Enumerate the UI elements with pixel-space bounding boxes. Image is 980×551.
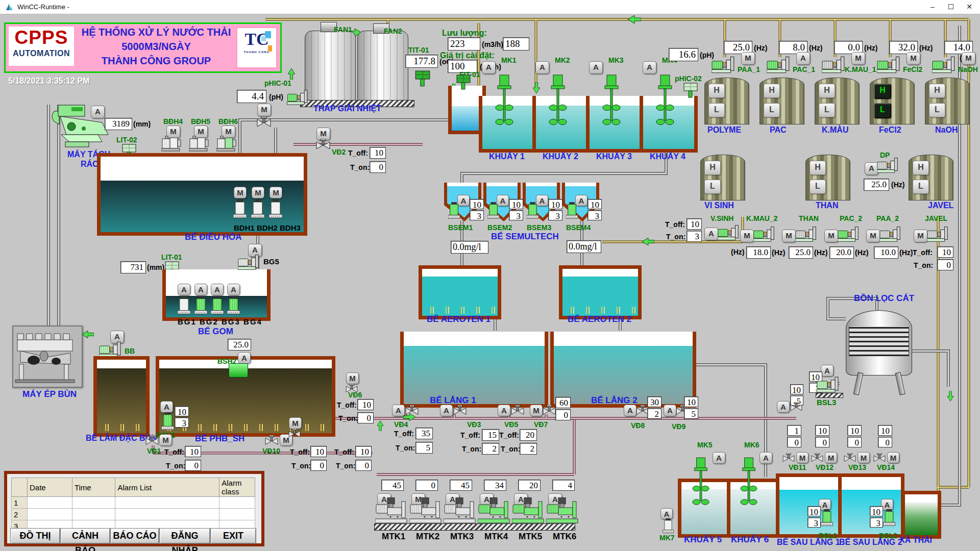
vd7-v2[interactable]: 0 <box>555 409 571 420</box>
phic02-value[interactable]: 16.6 <box>669 48 698 61</box>
bsl1-v2[interactable]: 3 <box>807 517 821 528</box>
vd12-v1[interactable]: 10 <box>815 425 829 436</box>
naoh-mode-button[interactable]: M <box>962 52 975 65</box>
vd1-ton-value[interactable]: 0 <box>185 460 201 471</box>
bsl2-v2[interactable]: 3 <box>870 517 883 528</box>
timer-ton-value[interactable]: 0 <box>355 460 372 471</box>
bsh2-mode-button[interactable]: A <box>238 352 251 364</box>
vd11-mode-button[interactable]: M <box>796 452 808 463</box>
pac2-hz-value[interactable]: 20.0 <box>829 246 854 259</box>
mk2-auto-button[interactable]: A <box>535 61 549 74</box>
vsinh-toff-value[interactable]: 10 <box>687 218 702 230</box>
bsl2-v1[interactable]: 10 <box>870 506 883 516</box>
bg4-auto-button[interactable]: A <box>227 284 240 295</box>
vd3-mode-button[interactable]: A <box>440 405 453 416</box>
than-hz-value[interactable]: 25.0 <box>789 246 813 259</box>
kmau-high-button[interactable]: H <box>819 84 835 98</box>
pac-low-button[interactable]: L <box>764 103 780 117</box>
vd5-toff-value[interactable]: 20 <box>520 429 537 441</box>
screen-machine-auto-button[interactable]: A <box>91 106 105 118</box>
vsinh-mode-button[interactable]: A <box>704 228 718 240</box>
vd7-mode-button[interactable]: M <box>530 405 543 416</box>
vd9-v2[interactable]: 5 <box>684 408 698 419</box>
level-value-dieuhoa[interactable]: 3189 <box>105 118 132 130</box>
bsem3-v1[interactable]: 10 <box>548 199 562 209</box>
paa2-hz-value[interactable]: 10.0 <box>874 246 898 259</box>
dp-auto-button[interactable]: A <box>865 162 878 175</box>
than-high-button[interactable]: H <box>810 161 826 175</box>
paa1-mode-button[interactable]: M <box>741 52 755 65</box>
vd4-toff-value[interactable]: 35 <box>415 428 433 439</box>
bsh1-v2[interactable]: 3 <box>175 417 189 428</box>
nav-report-button[interactable]: BÁO CÁO <box>110 528 159 544</box>
alarm-col-class[interactable]: Alarm class <box>219 478 255 497</box>
vx-mode-button[interactable]: A <box>777 401 790 413</box>
valve-manual-button[interactable]: M <box>257 104 271 116</box>
valve2-manual-button[interactable]: M <box>289 417 302 429</box>
kmau2-hz-value[interactable]: 18.0 <box>746 246 771 259</box>
mtk4-value[interactable]: 34 <box>484 480 506 491</box>
vd14-mode-button[interactable]: M <box>887 452 899 463</box>
vd12-v2[interactable]: 0 <box>815 437 829 447</box>
vd8-v1[interactable]: 30 <box>647 396 662 407</box>
vd3-toff-value[interactable]: 15 <box>482 429 499 441</box>
vsinh-ton-value[interactable]: 3 <box>687 231 702 242</box>
vd1-toff-value[interactable]: 10 <box>185 446 201 457</box>
javel-toff-value[interactable]: 10 <box>937 246 953 258</box>
pac2-mode-button[interactable]: M <box>824 230 838 242</box>
dp-hz-value[interactable]: 25.0 <box>864 179 889 191</box>
mk4-auto-button[interactable]: A <box>643 61 656 74</box>
vd7-v1[interactable]: 60 <box>555 397 571 408</box>
naoh-high-button[interactable]: H <box>929 84 945 98</box>
fecl2-low-button[interactable]: L <box>874 103 891 118</box>
vd13-v2[interactable]: 0 <box>847 437 862 447</box>
mtk6-value[interactable]: 4 <box>552 480 575 491</box>
bsh2-value[interactable]: 25.0 <box>228 339 251 350</box>
vd14-v1[interactable]: 10 <box>878 425 892 436</box>
vd5-mode-button[interactable]: A <box>498 405 510 416</box>
bsem1-v1[interactable]: 10 <box>470 199 484 209</box>
javel-ton-value[interactable]: 0 <box>937 259 953 270</box>
vd6-toff-value[interactable]: 10 <box>357 399 374 410</box>
kmau1-mode-button[interactable]: M <box>851 52 865 65</box>
alarm-col-time[interactable]: Time <box>72 478 115 497</box>
vd11-v2[interactable]: 0 <box>787 437 801 447</box>
kmau-low-button[interactable]: L <box>819 103 835 117</box>
bg2-auto-button[interactable]: A <box>194 284 207 295</box>
vd3-ton-value[interactable]: 2 <box>482 443 499 455</box>
mtk1-value[interactable]: 45 <box>381 480 404 491</box>
vd5-ton-value[interactable]: 2 <box>520 443 537 455</box>
mtk5-value[interactable]: 20 <box>518 480 541 491</box>
vd11-v1[interactable]: 1 <box>787 425 801 436</box>
javel-low-button[interactable]: L <box>913 180 929 194</box>
vd8-mode-button[interactable]: A <box>624 405 636 416</box>
mk3-auto-button[interactable]: A <box>589 61 603 74</box>
bdh3-mode-button[interactable]: M <box>270 187 282 198</box>
kmau2-mode-button[interactable]: M <box>740 230 754 242</box>
bdh1-mode-button[interactable]: M <box>234 187 247 198</box>
begom-level-value[interactable]: 731 <box>120 261 146 273</box>
maximize-button[interactable]: ☐ <box>942 1 960 13</box>
alarm-row[interactable]: 1 <box>12 497 255 509</box>
vd13-v1[interactable]: 10 <box>847 425 862 436</box>
mtk2-value[interactable]: 0 <box>415 480 438 491</box>
polyme-high-button[interactable]: H <box>708 84 725 98</box>
bg1-auto-button[interactable]: A <box>178 284 190 295</box>
bsem4-v1[interactable]: 10 <box>587 199 602 209</box>
mg-value-1[interactable]: 0.0mg/l <box>451 241 488 254</box>
mk6-auto-button[interactable]: A <box>760 452 772 464</box>
vd13-mode-button[interactable]: M <box>857 452 870 463</box>
mg-value-2[interactable]: 0.0mg/l <box>567 240 601 253</box>
bsl3-auto-button[interactable]: A <box>821 365 834 377</box>
than-low-button[interactable]: L <box>810 180 826 194</box>
fecl2-mode-button[interactable]: M <box>906 52 920 65</box>
vd12-mode-button[interactable]: M <box>825 452 837 463</box>
vd2-ton-value[interactable]: 0 <box>370 161 386 173</box>
than-mode-button[interactable]: M <box>782 230 796 242</box>
vd8-v2[interactable]: 2 <box>647 408 662 419</box>
mk1-auto-button[interactable]: A <box>482 61 496 74</box>
visinh-high-button[interactable]: H <box>704 161 721 175</box>
vd6-ton-value[interactable]: 0 <box>357 412 374 423</box>
fecl2-high-button[interactable]: H <box>874 84 891 99</box>
bsem4-v2[interactable]: 3 <box>587 210 602 220</box>
